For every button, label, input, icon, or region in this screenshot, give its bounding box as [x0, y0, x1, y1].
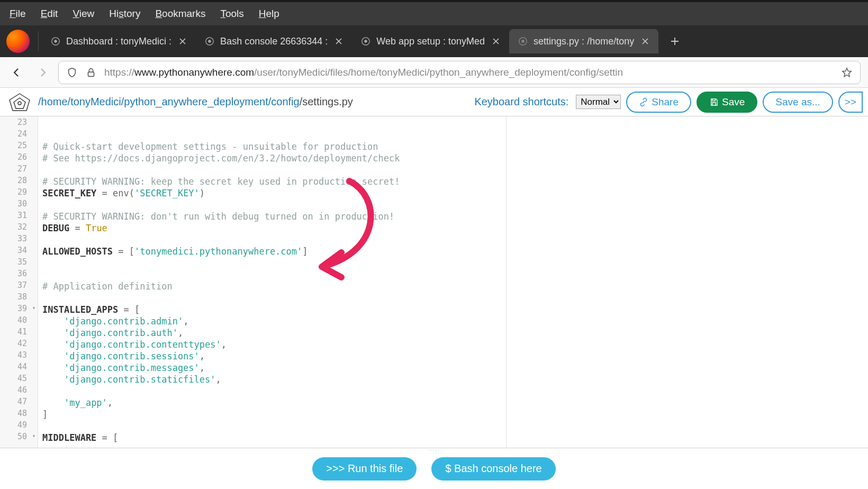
code-line: DEBUG = True [38, 222, 400, 234]
code-line [38, 385, 400, 397]
keyboard-shortcuts-select[interactable]: Normal [576, 95, 621, 109]
menu-tools[interactable]: Tools [213, 5, 251, 23]
line-number: 43 [0, 350, 38, 362]
code-area[interactable]: # Quick-start development settings - uns… [38, 116, 400, 448]
line-number: 38 [0, 292, 38, 304]
code-line: 'django.contrib.sessions', [38, 350, 400, 362]
code-line: SECRET_KEY = env('SECRET_KEY') [38, 187, 400, 199]
tab-web-app-setup[interactable]: Web app setup : tonyMed [352, 29, 509, 53]
code-line: 'django.contrib.admin', [38, 315, 400, 327]
svg-point-7 [521, 40, 524, 42]
line-number: 44 [0, 362, 38, 374]
tab-settings-py[interactable]: settings.py : /home/tony [509, 29, 658, 53]
close-tab-icon[interactable] [333, 35, 345, 47]
line-number: 28 [0, 176, 38, 187]
code-line: 'my_app', [38, 397, 400, 409]
code-line [38, 129, 400, 141]
line-number: 45 [0, 374, 38, 385]
code-line [38, 420, 400, 432]
code-line: MIDDLEWARE = [ [38, 432, 400, 443]
code-line: 'django.contrib.staticfiles', [38, 374, 400, 385]
breadcrumb-config[interactable]: /config [268, 96, 300, 107]
code-line: # SECURITY WARNING: don't run with debug… [38, 211, 400, 222]
url-text: https://www.pythonanywhere.com/user/tony… [104, 67, 834, 78]
url-bar[interactable]: https://www.pythonanywhere.com/user/tony… [58, 61, 861, 84]
line-number: 26 [0, 152, 38, 164]
line-number: 42 [0, 339, 38, 350]
tab-label: settings.py : /home/tony [534, 36, 634, 47]
breadcrumb-user[interactable]: /tonyMedici [68, 96, 121, 107]
line-number: 35 [0, 257, 38, 269]
menu-edit[interactable]: Edit [33, 5, 66, 23]
breadcrumb: /home/tonyMedici/python_anywhere_deploym… [38, 96, 353, 108]
line-number: 27 [0, 164, 38, 176]
editor[interactable]: 2324252627282930313233343536373839404142… [0, 116, 868, 448]
line-number: 37 [0, 280, 38, 292]
forward-button[interactable] [33, 63, 52, 82]
code-line [38, 199, 400, 211]
code-line: # Quick-start development settings - uns… [38, 141, 400, 152]
menu-history[interactable]: History [102, 5, 148, 23]
menu-help[interactable]: Help [251, 5, 287, 23]
tab-label: Dashboard : tonyMedici : [66, 36, 171, 47]
code-line: 'django.contrib.messages', [38, 362, 400, 374]
line-number: 41 [0, 327, 38, 339]
new-tab-button[interactable] [665, 31, 685, 51]
code-line: # See https://docs.djangoproject.com/en/… [38, 152, 400, 164]
svg-marker-9 [10, 94, 30, 111]
line-number: 46 [0, 385, 38, 397]
back-button[interactable] [7, 63, 26, 82]
code-line: ] [38, 409, 400, 420]
line-gutter: 2324252627282930313233343536373839404142… [0, 116, 38, 448]
tab-bash-console[interactable]: Bash console 26636344 : [196, 29, 352, 53]
tab-label: Web app setup : tonyMed [376, 36, 485, 47]
code-line: ALLOWED_HOSTS = ['tonymedici.pythonanywh… [38, 246, 400, 257]
firefox-menubar: File Edit View History Bookmarks Tools H… [0, 2, 868, 25]
bash-console-here-button[interactable]: $ Bash console here [431, 457, 555, 481]
breadcrumb-home[interactable]: /home [38, 96, 68, 107]
menu-bookmarks[interactable]: Bookmarks [148, 5, 213, 23]
editor-header: /home/tonyMedici/python_anywhere_deploym… [0, 88, 868, 116]
line-number: 24 [0, 129, 38, 141]
line-number: 36 [0, 269, 38, 280]
save-as-button[interactable]: Save as... [763, 92, 833, 113]
tab-dashboard[interactable]: Dashboard : tonyMedici : [42, 29, 196, 53]
svg-point-3 [208, 40, 211, 42]
line-number: 40 [0, 315, 38, 327]
menu-view[interactable]: View [65, 5, 102, 23]
code-line: # SECURITY WARNING: keep the secret key … [38, 176, 400, 187]
code-line [38, 164, 400, 176]
code-line: 'django.contrib.auth', [38, 327, 400, 339]
desktop-panel [0, 0, 868, 2]
keyboard-shortcuts-label: Keyboard shortcuts: [474, 96, 568, 108]
share-button[interactable]: Share [626, 92, 691, 113]
line-number: 50 [0, 432, 38, 443]
pythonanywhere-logo-icon[interactable] [6, 92, 33, 113]
code-line [38, 292, 400, 304]
save-icon [709, 97, 719, 107]
link-icon [639, 97, 648, 107]
breadcrumb-project[interactable]: /python_anywhere_deployment [121, 96, 268, 107]
run-file-button[interactable]: >>> Run this file [312, 457, 417, 481]
close-tab-icon[interactable] [177, 35, 188, 47]
close-tab-icon[interactable] [490, 35, 502, 47]
menu-file[interactable]: File [2, 5, 33, 23]
code-line: INSTALLED_APPS = [ [38, 304, 400, 315]
line-number: 31 [0, 211, 38, 222]
line-number: 48 [0, 409, 38, 420]
svg-point-1 [54, 40, 57, 42]
save-button[interactable]: Save [697, 92, 757, 113]
close-tab-icon[interactable] [639, 35, 651, 47]
bookmark-star-icon[interactable] [841, 67, 853, 78]
bottom-action-bar: >>> Run this file $ Bash console here [0, 448, 868, 489]
line-number: 47 [0, 397, 38, 409]
pythonanywhere-favicon-icon [50, 36, 61, 47]
breadcrumb-file: /settings.py [300, 96, 353, 107]
more-button[interactable]: >> [838, 92, 863, 113]
code-line [38, 234, 400, 246]
page-content: /home/tonyMedici/python_anywhere_deploym… [0, 88, 868, 489]
firefox-logo-icon [6, 30, 30, 53]
lock-icon [85, 67, 97, 78]
shield-icon [66, 67, 78, 78]
svg-rect-8 [88, 72, 94, 76]
